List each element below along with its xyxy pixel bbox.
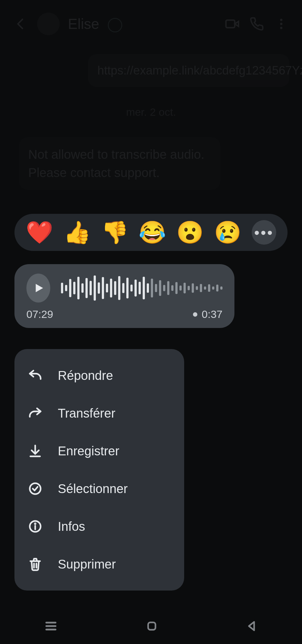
menu-label: Supprimer [58,557,116,571]
reaction-wow[interactable]: 😮 [176,221,204,243]
svg-point-9 [35,523,36,524]
info-icon [27,518,43,535]
menu-label: Enregistrer [58,444,119,458]
reaction-sad[interactable]: 😢 [214,221,241,243]
android-nav-bar [0,609,302,644]
home-button[interactable] [146,620,158,634]
ellipsis-icon: ••• [254,224,274,241]
voice-meta: 07:29 0:37 [26,308,222,320]
voice-timestamp: 07:29 [26,308,53,320]
context-menu: Répondre Transférer Enregistrer Sélectio… [14,349,184,591]
menu-label: Sélectionner [58,482,128,496]
reaction-thumbs-up[interactable]: 👍 [63,221,91,243]
menu-delete[interactable]: Supprimer [14,545,184,583]
back-button[interactable] [246,620,258,634]
menu-label: Répondre [58,369,113,383]
play-icon [32,282,45,294]
svg-marker-5 [36,284,43,292]
reaction-bar: ❤️ 👍 👎 😂 😮 😢 ••• [14,214,288,251]
voice-row [26,274,222,303]
menu-label: Transférer [58,406,115,420]
play-button[interactable] [26,274,50,303]
menu-label: Infos [58,519,85,534]
download-icon [27,443,43,459]
voice-message-bubble[interactable]: 07:29 0:37 [14,264,234,328]
menu-select[interactable]: Sélectionner [14,470,184,508]
voice-duration: 0:37 [202,308,222,320]
forward-icon [27,405,43,421]
reaction-laugh[interactable]: 😂 [139,221,166,243]
context-overlay: ❤️ 👍 👎 😂 😮 😢 ••• 07:29 0:37 [0,0,302,644]
waveform[interactable] [61,275,222,301]
reaction-more-button[interactable]: ••• [252,220,276,245]
recents-button[interactable] [44,619,58,634]
menu-info[interactable]: Infos [14,508,184,545]
menu-reply[interactable]: Répondre [14,357,184,394]
svg-rect-15 [148,622,155,630]
select-icon [27,480,43,497]
reaction-thumbs-down[interactable]: 👎 [101,221,129,243]
menu-save[interactable]: Enregistrer [14,432,184,470]
menu-forward[interactable]: Transférer [14,394,184,432]
unplayed-dot-icon [193,312,197,317]
trash-icon [27,556,43,572]
reaction-heart[interactable]: ❤️ [26,221,53,243]
reply-icon [27,367,43,384]
svg-marker-16 [249,622,254,630]
